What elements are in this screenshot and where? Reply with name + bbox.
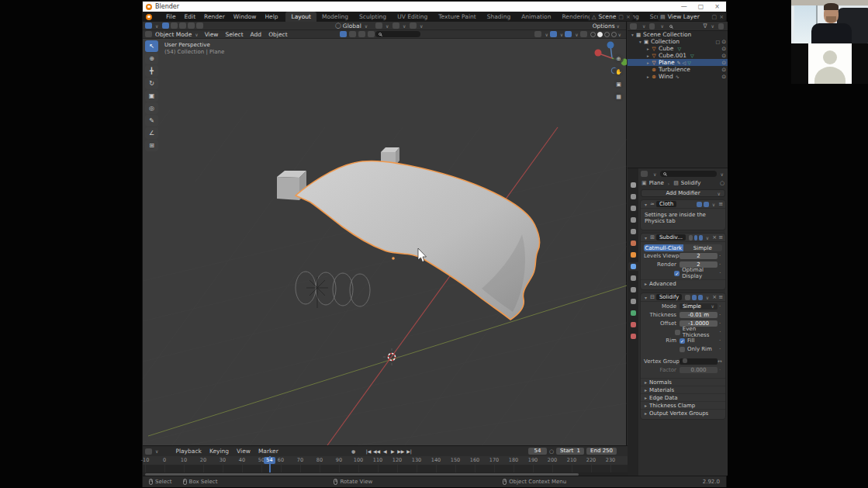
unlink-scene-icon[interactable]: × [626, 14, 631, 20]
viewport-menu-item[interactable]: Select [225, 31, 243, 38]
catmull-clark-button[interactable]: Catmull-Clark [644, 244, 683, 251]
viewport-menu-item[interactable]: View [205, 31, 219, 38]
properties-tab[interactable] [628, 192, 638, 201]
transport-button[interactable]: ◀◀ [373, 448, 380, 454]
snap-icon[interactable] [550, 31, 557, 37]
transport-button[interactable]: |◀ [365, 448, 372, 454]
rim-fill-checkbox[interactable]: ✓ [680, 338, 685, 344]
auto-keying-record-icon[interactable]: ● [351, 448, 355, 454]
timeline-editor-dropdown[interactable]: ∨ [145, 448, 160, 455]
expand-icon[interactable]: ▸ [645, 54, 651, 58]
proportional-edit-dropdown[interactable]: ∨ [410, 22, 424, 29]
shading-rendered-icon[interactable] [611, 32, 617, 37]
tool-button[interactable]: ↖ [145, 40, 158, 52]
expand-icon[interactable]: ▾ [638, 40, 643, 44]
two-way-arrow-icon[interactable]: ↔ [718, 358, 722, 365]
collapse-icon[interactable]: ▾ [645, 295, 647, 300]
timeline-menu-item[interactable]: Marker [258, 448, 278, 455]
properties-search-input[interactable] [660, 171, 716, 177]
properties-tab[interactable] [628, 320, 638, 329]
shading-solid-icon[interactable] [597, 32, 603, 37]
properties-tab[interactable] [628, 286, 638, 294]
shading-wireframe-icon[interactable] [590, 32, 596, 37]
window-titlebar[interactable]: Blender — ▢ × [143, 2, 726, 12]
tool-button[interactable]: ▣ [145, 90, 158, 102]
tool-button[interactable]: ✎ [145, 115, 158, 126]
properties-tab[interactable] [628, 309, 638, 317]
properties-editor-icon[interactable] [641, 171, 648, 177]
menu-item[interactable]: Render [204, 13, 225, 20]
menu-item[interactable]: Help [265, 13, 278, 20]
edit-mode-toggle[interactable] [689, 235, 693, 241]
visibility-eye-icon[interactable]: ⊙ [721, 60, 726, 66]
properties-tab[interactable] [628, 251, 638, 259]
blender-menu-icon[interactable] [146, 14, 152, 20]
simple-button[interactable]: Simple [683, 244, 723, 251]
timeline-menu-item[interactable]: View [237, 448, 251, 455]
extras-dropdown-icon[interactable]: ∨ [706, 295, 709, 300]
workspace-tab[interactable]: Sculpting [354, 12, 392, 22]
collapse-icon[interactable]: ▾ [645, 202, 647, 207]
transport-button[interactable]: ▶▶ [397, 448, 404, 454]
remove-layer-icon[interactable]: × [719, 14, 724, 20]
extras-dropdown-icon[interactable]: ∨ [712, 202, 715, 207]
transport-button[interactable]: ◀ [382, 448, 388, 454]
workspace-tab[interactable]: UV Editing [392, 12, 433, 22]
current-frame-field[interactable]: 54 [528, 448, 547, 455]
render-toggle[interactable] [704, 202, 709, 207]
outliner-search-icon[interactable] [669, 25, 673, 28]
pin-icon[interactable]: ○ [720, 180, 724, 186]
properties-tab[interactable] [628, 332, 638, 341]
collapse-icon[interactable]: ▾ [645, 235, 647, 241]
transform-orientation-dropdown[interactable]: ◯ Global ∨ [335, 22, 369, 29]
properties-tab[interactable] [628, 227, 638, 236]
collapsed-section[interactable]: ▸ Normals [641, 378, 725, 386]
properties-tab[interactable] [628, 262, 638, 271]
collapsed-section[interactable]: ▸ Thickness Clamp [641, 401, 725, 409]
thickness-field[interactable]: -0.01 m [680, 312, 718, 318]
tool-button[interactable]: ∠ [145, 127, 158, 139]
delete-modifier-icon[interactable]: × [712, 234, 717, 241]
exclude-checkbox-icon[interactable]: ▢ [715, 39, 720, 44]
advanced-section[interactable]: ▸Advanced [641, 279, 725, 287]
realtime-toggle[interactable] [697, 202, 702, 207]
minimize-button[interactable]: — [681, 3, 687, 10]
offset-field[interactable]: -1.0000 [680, 320, 718, 327]
properties-tab[interactable] [628, 239, 638, 247]
new-layer-icon[interactable]: ▢ [712, 14, 718, 20]
editor-type-dropdown[interactable]: ∨ [145, 22, 160, 29]
extras-dropdown-icon[interactable]: ∨ [706, 235, 709, 241]
only-rim-checkbox[interactable]: ✓ [680, 347, 685, 352]
viewport-3d[interactable]: ∨ ◯ Global ∨ ∨ ∨ ∨ Options∨ [143, 22, 627, 445]
tool-button[interactable]: ╋ [145, 65, 158, 77]
view-layer-selector[interactable]: ▤ View Layer ▢ × [658, 12, 726, 21]
expand-icon[interactable]: ▸ [645, 74, 651, 79]
visibility-eye-icon[interactable]: ⊙ [721, 39, 726, 45]
add-modifier-button[interactable]: Add Modifier∨ [641, 189, 725, 197]
zoom-view-icon[interactable]: ⊕ [614, 54, 624, 64]
edit-mode-toggle[interactable] [685, 295, 690, 300]
workspace-tab[interactable]: Layout [285, 12, 316, 22]
scene-selector[interactable]: △ Scene ▢ × [590, 12, 633, 21]
close-button[interactable]: × [714, 3, 720, 10]
tool-button[interactable]: ◎ [145, 102, 158, 114]
timeline-track[interactable] [143, 465, 628, 472]
overlays-icon[interactable] [565, 31, 572, 37]
render-toggle[interactable] [699, 235, 703, 241]
viewport-menu-item[interactable]: Add [251, 31, 262, 38]
outliner-new-collection-icon[interactable] [718, 23, 724, 29]
mode-dropdown[interactable]: Object Mode ∨ [145, 31, 200, 38]
timeline-menu-item[interactable]: Keying [209, 448, 229, 455]
start-frame-field[interactable]: Start 1 [556, 448, 584, 455]
use-preview-range-clock-icon[interactable]: ○ [549, 448, 554, 455]
outliner-row[interactable]: ▸ ▽ Cube.001 ▽ ⊙ [628, 52, 728, 59]
gizmos-icon[interactable] [580, 31, 587, 37]
tool-toggle-icon[interactable] [188, 22, 195, 29]
ortho-toggle-icon[interactable]: ▦ [614, 92, 624, 102]
menu-item[interactable]: File [166, 13, 176, 20]
outliner-display-mode-icon[interactable] [630, 23, 637, 29]
outliner-row[interactable]: ⊛ Turbulence ⊙ [628, 66, 728, 73]
collapsed-section[interactable]: ▸ Edge Data [641, 393, 725, 401]
active-tool-icon[interactable] [162, 22, 169, 29]
tool-toggle-icon[interactable] [171, 22, 178, 29]
